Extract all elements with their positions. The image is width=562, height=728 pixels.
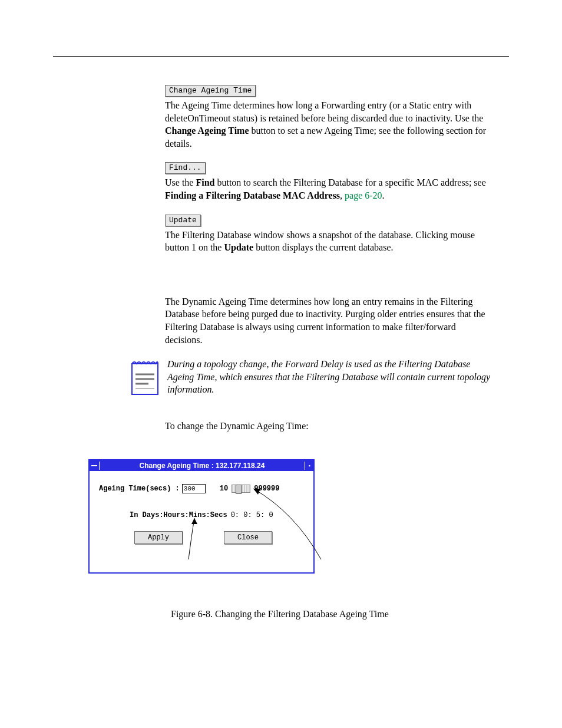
text: button displays the current database. bbox=[253, 242, 393, 252]
change-ageing-time-button[interactable]: Change Ageing Time bbox=[165, 85, 256, 97]
slider-max: 999999 bbox=[254, 485, 279, 493]
bold-text: Update bbox=[224, 242, 253, 252]
body-column: Change Ageing Time The Ageing Time deter… bbox=[165, 83, 495, 346]
ageing-time-label: Ageing Time(secs) : bbox=[99, 485, 180, 493]
bold-text: Change Ageing Time bbox=[165, 126, 249, 136]
ageing-time-slider: 10 999999 bbox=[220, 485, 280, 493]
ageing-time-input[interactable] bbox=[182, 484, 206, 493]
update-paragraph: The Filtering Database window shows a sn… bbox=[165, 229, 495, 254]
dialog-titlebar: Change Ageing Time : 132.177.118.24 ▪ bbox=[90, 460, 313, 471]
slider-min: 10 bbox=[220, 485, 228, 493]
ageing-time-row: Ageing Time(secs) : 10 999999 bbox=[99, 484, 304, 493]
minimize-icon[interactable]: ▪ bbox=[305, 462, 313, 470]
page: Change Ageing Time The Ageing Time deter… bbox=[0, 0, 562, 667]
close-button[interactable]: Close bbox=[224, 531, 272, 544]
dynamic-ageing-paragraph: The Dynamic Ageing Time determines how l… bbox=[165, 295, 495, 346]
slider-track[interactable] bbox=[232, 485, 250, 493]
text: The Ageing Time determines how long a Fo… bbox=[165, 100, 483, 123]
text: , bbox=[340, 190, 345, 200]
system-menu-icon[interactable] bbox=[90, 462, 100, 470]
top-rule bbox=[53, 56, 509, 57]
change-ageing-dialog: Change Ageing Time : 132.177.118.24 ▪ Ag… bbox=[88, 459, 315, 574]
dialog-title: Change Ageing Time : 132.177.118.24 bbox=[100, 462, 305, 470]
dialog-body: Ageing Time(secs) : 10 999999 In Days:Ho… bbox=[90, 471, 313, 572]
update-button[interactable]: Update bbox=[165, 215, 201, 226]
text: Use the bbox=[165, 177, 196, 187]
note-block: During a topology change, the Forward De… bbox=[53, 358, 509, 396]
figure-block: Change Ageing Time : 132.177.118.24 ▪ Ag… bbox=[88, 459, 509, 574]
duration-readout: In Days:Hours:Mins:Secs0: 0: 5: 0 bbox=[130, 511, 304, 519]
dialog-buttons: Apply Close bbox=[134, 531, 304, 544]
change-ageing-paragraph: The Ageing Time determines how long a Fo… bbox=[165, 99, 495, 150]
to-change-line: To change the Dynamic Ageing Time: bbox=[165, 420, 495, 433]
slider-thumb[interactable] bbox=[236, 485, 242, 494]
note-icon bbox=[130, 358, 160, 396]
bold-text: Find bbox=[196, 177, 214, 187]
figure-caption: Figure 6-8. Changing the Filtering Datab… bbox=[171, 609, 509, 620]
find-button[interactable]: Find... bbox=[165, 162, 206, 174]
text: button to search the Filtering Database … bbox=[214, 177, 485, 187]
text: . bbox=[382, 190, 385, 200]
find-paragraph: Use the Find button to search the Filter… bbox=[165, 176, 495, 202]
note-text: During a topology change, the Forward De… bbox=[167, 358, 494, 396]
duration-label: In Days:Hours:Mins:Secs bbox=[130, 511, 227, 519]
duration-value: 0: 0: 5: 0 bbox=[231, 511, 273, 519]
apply-button[interactable]: Apply bbox=[134, 531, 183, 544]
page-link[interactable]: page 6-20 bbox=[345, 190, 382, 200]
bold-text: Finding a Filtering Database MAC Address bbox=[165, 190, 340, 200]
